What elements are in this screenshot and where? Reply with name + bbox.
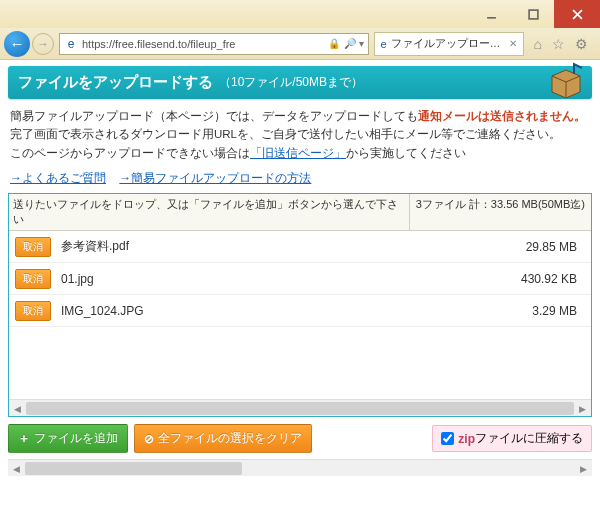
button-bar: ＋ファイルを追加 ⊘全ファイルの選択をクリア zipファイルに圧縮する bbox=[8, 417, 592, 457]
description: 簡易ファイルアップロード（本ページ）では、データをアップロードしても通知メールは… bbox=[8, 99, 592, 166]
scroll-thumb[interactable] bbox=[25, 462, 242, 475]
cancel-file-button[interactable]: 取消 bbox=[15, 301, 51, 321]
svg-rect-1 bbox=[529, 10, 538, 19]
close-button[interactable] bbox=[554, 0, 600, 28]
page-title: ファイルをアップロードする bbox=[18, 73, 213, 92]
upload-box-icon bbox=[546, 62, 586, 98]
clear-files-button[interactable]: ⊘全ファイルの選択をクリア bbox=[134, 424, 312, 453]
plus-icon: ＋ bbox=[18, 430, 30, 447]
tab-title: ファイルアップロード｜無料大... bbox=[391, 37, 505, 51]
scroll-right-icon[interactable]: ▶ bbox=[575, 460, 592, 477]
page-content: ファイルをアップロードする （10ファイル/50MBまで） 簡易ファイルアップロ… bbox=[0, 60, 600, 484]
zip-checkbox-input[interactable] bbox=[441, 432, 454, 445]
maximize-button[interactable] bbox=[512, 0, 554, 28]
file-name: 01.jpg bbox=[61, 272, 521, 286]
ie-icon: e bbox=[63, 36, 79, 52]
cancel-file-button[interactable]: 取消 bbox=[15, 237, 51, 257]
howto-link[interactable]: →簡易ファイルアップロードの方法 bbox=[119, 171, 311, 185]
scroll-left-icon[interactable]: ◀ bbox=[8, 460, 25, 477]
window-titlebar bbox=[0, 0, 600, 28]
help-links: →よくあるご質問 →簡易ファイルアップロードの方法 bbox=[8, 166, 592, 193]
tools-icon[interactable]: ⚙ bbox=[575, 36, 588, 52]
dropzone-summary: 3ファイル 計：33.56 MB(50MB迄) bbox=[409, 194, 591, 230]
file-name: 参考資料.pdf bbox=[61, 238, 526, 255]
page-header: ファイルをアップロードする （10ファイル/50MBまで） bbox=[8, 66, 592, 99]
favorites-icon[interactable]: ☆ bbox=[552, 36, 565, 52]
file-row: 取消01.jpg430.92 KB bbox=[9, 263, 591, 295]
file-name: IMG_1024.JPG bbox=[61, 304, 532, 318]
minimize-button[interactable] bbox=[470, 0, 512, 28]
home-icon[interactable]: ⌂ bbox=[534, 36, 542, 52]
address-bar[interactable]: e https://free.filesend.to/fileup_fre 🔒🔎… bbox=[59, 33, 369, 55]
scroll-thumb[interactable] bbox=[26, 402, 574, 415]
page-horizontal-scrollbar[interactable]: ◀ ▶ bbox=[8, 459, 592, 476]
file-size: 430.92 KB bbox=[521, 272, 585, 286]
browser-tab[interactable]: e ファイルアップロード｜無料大... ✕ bbox=[374, 32, 524, 56]
scroll-right-icon[interactable]: ▶ bbox=[574, 400, 591, 417]
scroll-left-icon[interactable]: ◀ bbox=[9, 400, 26, 417]
dropzone-instruction: 送りたいファイルをドロップ、又は「ファイルを追加」ボタンから選んで下さい bbox=[9, 194, 409, 230]
lock-icon: 🔒 bbox=[328, 38, 340, 49]
search-dropdown-icon[interactable]: 🔎 ▾ bbox=[344, 38, 364, 49]
back-button[interactable]: ← bbox=[4, 31, 30, 57]
url-text: https://free.filesend.to/fileup_fre bbox=[82, 38, 324, 50]
page-subtitle: （10ファイル/50MBまで） bbox=[219, 74, 363, 91]
file-row: 取消IMG_1024.JPG3.29 MB bbox=[9, 295, 591, 327]
cancel-icon: ⊘ bbox=[144, 432, 154, 446]
tab-close-icon[interactable]: ✕ bbox=[509, 38, 517, 49]
forward-button[interactable]: → bbox=[32, 33, 54, 55]
horizontal-scrollbar[interactable]: ◀ ▶ bbox=[9, 399, 591, 416]
legacy-page-link[interactable]: 「旧送信ページ」 bbox=[250, 147, 346, 159]
file-list: 取消参考資料.pdf29.85 MB取消01.jpg430.92 KB取消IMG… bbox=[9, 231, 591, 399]
ie-icon: e bbox=[381, 38, 387, 50]
cancel-file-button[interactable]: 取消 bbox=[15, 269, 51, 289]
faq-link[interactable]: →よくあるご質問 bbox=[10, 171, 106, 185]
browser-toolbar: ← → e https://free.filesend.to/fileup_fr… bbox=[0, 28, 600, 60]
file-size: 3.29 MB bbox=[532, 304, 585, 318]
file-dropzone[interactable]: 送りたいファイルをドロップ、又は「ファイルを追加」ボタンから選んで下さい 3ファ… bbox=[8, 193, 592, 417]
file-row: 取消参考資料.pdf29.85 MB bbox=[9, 231, 591, 263]
file-size: 29.85 MB bbox=[526, 240, 585, 254]
zip-checkbox[interactable]: zipファイルに圧縮する bbox=[432, 425, 592, 452]
add-file-button[interactable]: ＋ファイルを追加 bbox=[8, 424, 128, 453]
